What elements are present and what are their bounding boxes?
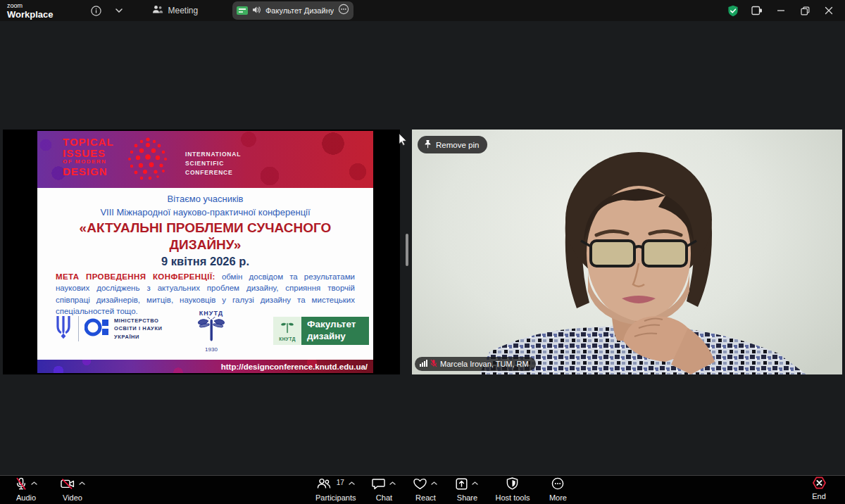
logos-row: МІНІСТЕРСТВО ОСВІТИ І НАУКИ УКРАЇНИ КНУТ… (37, 310, 373, 356)
muted-mic-icon (15, 477, 27, 493)
conference-type-label: INTERNATIONAL SCIENTIFIC CONFERENCE (185, 150, 241, 177)
video-split-drag-handle[interactable] (406, 234, 408, 266)
react-button[interactable]: React (411, 476, 440, 504)
more-ellipsis-icon (551, 477, 564, 493)
chat-button[interactable]: Chat (369, 476, 399, 504)
shield-icon (506, 477, 518, 493)
ministry-name: МІНІСТЕРСТВО ОСВІТИ І НАУКИ УКРАЇНИ (114, 317, 163, 341)
share-button[interactable]: Share (452, 476, 482, 504)
faculty-logo: КНУТД Факультет дизайну (273, 317, 369, 345)
pinned-participant-video[interactable]: Remove pin Marcela Irovan, TUM, RM (412, 130, 842, 374)
participants-icon (317, 478, 331, 492)
faculty-knutd-mark: КНУТД (273, 317, 301, 345)
muted-mic-icon (430, 359, 437, 369)
knutd-dragonfly-icon (194, 317, 228, 344)
chevron-down-icon[interactable] (110, 3, 128, 18)
ministry-logo: МІНІСТЕРСТВО ОСВІТИ І НАУКИ УКРАЇНИ (54, 315, 163, 342)
connection-signal-icon (420, 360, 427, 368)
banner-title: TOPICAL ISSUES OF MODERN DESIGN (63, 137, 114, 177)
react-caret[interactable] (431, 481, 437, 485)
share-caret[interactable] (472, 481, 478, 485)
meeting-people-icon (152, 5, 163, 16)
welcome-text: Вітаємо учасників VIII Міжнародної науко… (37, 193, 373, 220)
speaker-icon (252, 4, 261, 17)
maximize-button[interactable] (794, 2, 815, 19)
heart-icon (413, 478, 427, 493)
window-controls (722, 0, 845, 21)
meeting-tab-label: Meeting (168, 6, 199, 15)
participants-count-badge: 17 (337, 479, 344, 486)
meeting-stage: TOPICAL ISSUES OF MODERN DESIGN (0, 21, 845, 475)
active-tab-title: Факультет Дизайну КНУТД's (265, 6, 334, 15)
tab-meeting[interactable]: Meeting (146, 2, 204, 19)
chat-caret[interactable] (389, 481, 396, 485)
remove-pin-button[interactable]: Remove pin (418, 136, 487, 153)
conference-date: 9 квітня 2026 р. (37, 255, 373, 268)
video-button[interactable]: Video (58, 476, 87, 504)
slide-banner: TOPICAL ISSUES OF MODERN DESIGN (37, 131, 373, 188)
participant-name: Marcela Irovan, TUM, RM (440, 360, 529, 368)
conference-title: «АКТУАЛЬНІ ПРОБЛЕМИ СУЧАСНОГО ДИЗАЙНУ» (37, 220, 373, 253)
knutd-logo: КНУТД 1930 (187, 310, 236, 353)
participants-caret[interactable] (349, 481, 355, 485)
close-button[interactable] (818, 2, 839, 19)
participants-button[interactable]: 17 Participants (314, 476, 357, 504)
pin-icon (424, 139, 432, 150)
participant-portrait (412, 130, 842, 374)
conference-slide: TOPICAL ISSUES OF MODERN DESIGN (37, 131, 373, 373)
end-icon (813, 477, 826, 492)
conference-url: http://designconference.knutd.edu.ua/ (221, 363, 368, 371)
faculty-name: Факультет дизайну (301, 317, 369, 345)
share-screen-icon (456, 478, 468, 493)
video-options-caret[interactable] (79, 481, 85, 485)
participant-name-tag: Marcela Irovan, TUM, RM (415, 357, 536, 371)
logo-divider (78, 316, 79, 341)
mouse-cursor (399, 134, 407, 149)
zoom-workplace-logo: zoom Workplace (7, 3, 54, 19)
meeting-toolbar: Audio Video (0, 475, 845, 504)
side-panel-button[interactable] (746, 2, 768, 19)
muted-camera-icon (61, 479, 75, 492)
chat-icon (372, 478, 385, 493)
zoom-workplace-window: zoom Workplace Meeting Факультет Дизайну… (0, 0, 845, 504)
end-meeting-button[interactable]: End (804, 476, 834, 503)
dotted-sphere-graphic (120, 134, 175, 187)
audio-button[interactable]: Audio (11, 476, 41, 504)
host-tools-button[interactable]: Host tools (494, 476, 531, 504)
minimize-button[interactable] (770, 2, 791, 19)
tryzub-icon (54, 315, 73, 342)
more-button[interactable]: More (543, 476, 572, 504)
encryption-shield-icon[interactable] (722, 2, 744, 19)
share-preview-icon (237, 6, 248, 15)
shared-screen-video[interactable]: TOPICAL ISSUES OF MODERN DESIGN (3, 130, 400, 374)
remove-pin-label: Remove pin (436, 141, 479, 149)
faculty-dragonfly-icon (280, 320, 295, 336)
window-titlebar: zoom Workplace Meeting Факультет Дизайну… (0, 0, 845, 21)
info-icon[interactable] (87, 3, 106, 18)
tab-shared-screen-active[interactable]: Факультет Дизайну КНУТД's (232, 1, 353, 20)
slide-footer-strip: http://designconference.knutd.edu.ua/ (37, 360, 373, 373)
audio-options-caret[interactable] (31, 481, 37, 485)
tab-more-icon[interactable] (338, 4, 349, 18)
mon-mark-icon (84, 317, 108, 341)
